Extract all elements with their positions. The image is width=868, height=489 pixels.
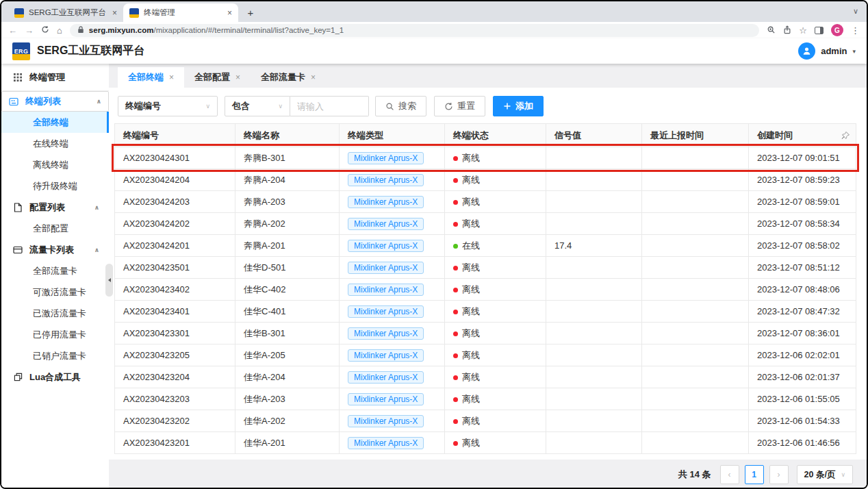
browser-tab[interactable]: 终端管理× xyxy=(123,3,238,22)
forward-icon[interactable]: → xyxy=(25,26,34,35)
sidebar-item-终端管理[interactable]: 终端管理 xyxy=(1,64,109,91)
content-tabs: 全部终端×全部配置×全部流量卡× xyxy=(109,67,867,88)
column-header: 信号值 xyxy=(546,124,642,147)
status-dot-icon xyxy=(453,156,458,161)
prev-page-button[interactable]: ‹ xyxy=(720,465,739,484)
add-button[interactable]: 添加 xyxy=(493,96,544,116)
tab-close-icon[interactable]: × xyxy=(235,73,240,82)
tab-close-icon[interactable]: × xyxy=(112,8,117,18)
address-bar[interactable]: serg.mixyun.com/mixapplication/#/termina… xyxy=(70,24,759,37)
zoom-icon[interactable] xyxy=(767,25,776,36)
table-row[interactable]: AX20230424301奔腾B-301Mixlinker Aprus-X离线2… xyxy=(115,147,856,169)
table-row[interactable]: AX20230424201奔腾A-201Mixlinker Aprus-X在线1… xyxy=(115,235,856,257)
table-row[interactable]: AX20230423203佳华A-203Mixlinker Aprus-X离线2… xyxy=(115,388,856,410)
sidebar-item-在线终端[interactable]: 在线终端 xyxy=(1,133,109,154)
next-page-button[interactable]: › xyxy=(769,465,789,484)
column-header: 终端编号 xyxy=(115,124,235,147)
cell-terminal-id: AX20230423203 xyxy=(115,388,235,410)
tab-全部流量卡[interactable]: 全部流量卡× xyxy=(251,67,326,88)
browser-tab[interactable]: SERG工业互联网平台× xyxy=(8,3,123,22)
terminal-type-tag: Mixlinker Aprus-X xyxy=(348,240,424,252)
sidebar: 终端管理终端列表∧全部终端在线终端离线终端待升级终端配置列表∧全部配置流量卡列表… xyxy=(1,64,109,488)
sidebar-item-已停用流量卡[interactable]: 已停用流量卡 xyxy=(1,324,109,345)
table-row[interactable]: AX20230423501佳华D-501Mixlinker Aprus-X离线2… xyxy=(115,257,856,279)
cell-terminal-status: 离线 xyxy=(445,410,546,432)
cell-terminal-id: AX20230424201 xyxy=(115,235,235,257)
cell-terminal-type: Mixlinker Aprus-X xyxy=(340,169,445,191)
sidebar-item-全部配置[interactable]: 全部配置 xyxy=(1,218,109,239)
sidebar-item-待升级终端[interactable]: 待升级终端 xyxy=(1,175,109,197)
bookmark-star-icon[interactable]: ☆ xyxy=(799,26,807,35)
cell-terminal-name: 奔腾B-301 xyxy=(235,147,340,169)
page-number-button[interactable]: 1 xyxy=(745,465,764,484)
sidebar-collapse-handle[interactable] xyxy=(105,264,113,297)
reset-button[interactable]: 重置 xyxy=(434,96,485,116)
status-dot-icon xyxy=(453,441,458,446)
cell-terminal-type: Mixlinker Aprus-X xyxy=(340,235,445,257)
back-icon[interactable]: ← xyxy=(8,26,17,35)
cell-signal-value xyxy=(546,323,642,344)
tab-close-icon[interactable]: × xyxy=(169,73,174,82)
tab-全部终端[interactable]: 全部终端× xyxy=(118,67,184,88)
cell-signal-value xyxy=(546,279,642,301)
terminal-type-tag: Mixlinker Aprus-X xyxy=(348,152,424,164)
terminal-type-tag: Mixlinker Aprus-X xyxy=(348,284,424,296)
table-row[interactable]: AX20230423201佳华A-201Mixlinker Aprus-X离线2… xyxy=(115,432,856,454)
cell-terminal-status: 离线 xyxy=(445,388,546,410)
cell-terminal-status: 在线 xyxy=(445,235,546,257)
sidebar-item-label: 已停用流量卡 xyxy=(33,329,86,341)
search-input[interactable] xyxy=(290,96,369,116)
table-row[interactable]: AX20230423401佳华C-401Mixlinker Aprus-X离线2… xyxy=(115,301,856,323)
sidebar-item-已销户流量卡[interactable]: 已销户流量卡 xyxy=(1,345,109,366)
tab-close-icon[interactable]: × xyxy=(227,8,232,18)
home-icon[interactable]: ⌂ xyxy=(57,26,62,35)
cell-terminal-name: 奔腾A-204 xyxy=(235,169,340,191)
new-tab-icon[interactable]: + xyxy=(242,4,259,21)
browser-profile-avatar[interactable]: G xyxy=(831,24,843,36)
sidebar-item-流量卡列表[interactable]: 流量卡列表∧ xyxy=(1,239,109,260)
cell-created-time: 2023-12-06 01:54:33 xyxy=(749,410,856,432)
sidebar-item-配置列表[interactable]: 配置列表∧ xyxy=(1,197,109,218)
table-row[interactable]: AX20230423205佳华A-205Mixlinker Aprus-X离线2… xyxy=(115,344,856,366)
menu-kebab-icon[interactable]: ⋮ xyxy=(851,26,860,35)
field-select[interactable]: 终端编号 ∨ xyxy=(118,96,218,116)
sidebar-item-可激活流量卡[interactable]: 可激活流量卡 xyxy=(1,281,109,303)
table-row[interactable]: AX20230423204佳华A-204Mixlinker Aprus-X离线2… xyxy=(115,366,856,388)
cell-terminal-id: AX20230424301 xyxy=(115,147,235,169)
sidebar-item-label: 已销户流量卡 xyxy=(33,350,86,362)
sidebar-item-label: 终端管理 xyxy=(29,71,65,84)
sidebar-item-Lua合成工具[interactable]: Lua合成工具 xyxy=(1,366,109,388)
cell-last-report-time xyxy=(642,344,749,366)
cell-created-time: 2023-12-07 08:58:34 xyxy=(749,213,856,235)
table-row[interactable]: AX20230423202佳华A-202Mixlinker Aprus-X离线2… xyxy=(115,410,856,432)
side-panel-icon[interactable] xyxy=(815,27,824,34)
sidebar-item-终端列表[interactable]: 终端列表∧ xyxy=(1,91,109,112)
status-text: 离线 xyxy=(462,372,480,382)
search-button[interactable]: 搜索 xyxy=(375,96,426,116)
operator-select[interactable]: 包含 ∨ xyxy=(225,96,290,116)
table-row[interactable]: AX20230423402佳华C-402Mixlinker Aprus-X离线2… xyxy=(115,279,856,301)
add-button-label: 添加 xyxy=(515,100,533,112)
table-row[interactable]: AX20230424203奔腾A-203Mixlinker Aprus-X离线2… xyxy=(115,191,856,213)
total-count: 共 14 条 xyxy=(678,468,711,481)
tab-close-icon[interactable]: × xyxy=(311,73,316,82)
status-dot-icon xyxy=(453,222,458,227)
field-select-value: 终端编号 xyxy=(125,100,161,112)
table-row[interactable]: AX20230424202奔腾A-202Mixlinker Aprus-X离线2… xyxy=(115,213,856,235)
sidebar-item-已激活流量卡[interactable]: 已激活流量卡 xyxy=(1,303,109,324)
sidebar-item-全部流量卡[interactable]: 全部流量卡 xyxy=(1,260,109,281)
chevron-up-icon: ∧ xyxy=(94,204,99,211)
cell-created-time: 2023-12-07 08:59:01 xyxy=(749,191,856,213)
sidebar-item-离线终端[interactable]: 离线终端 xyxy=(1,154,109,175)
table-row[interactable]: AX20230423301佳华B-301Mixlinker Aprus-X离线2… xyxy=(115,323,856,344)
reload-icon[interactable] xyxy=(41,25,49,35)
page-size-select[interactable]: 20 条/页 ∨ xyxy=(797,465,853,484)
user-menu[interactable]: admin ▾ xyxy=(798,42,856,60)
table-row[interactable]: AX20230424204奔腾A-204Mixlinker Aprus-X离线2… xyxy=(115,169,856,191)
tabstrip-chevron-down-icon[interactable]: ∨ xyxy=(853,7,858,16)
pin-icon[interactable] xyxy=(841,131,850,140)
share-icon[interactable] xyxy=(783,25,791,36)
tab-全部配置[interactable]: 全部配置× xyxy=(184,67,251,88)
cell-terminal-type: Mixlinker Aprus-X xyxy=(340,191,445,213)
sidebar-item-全部终端[interactable]: 全部终端 xyxy=(1,112,109,133)
